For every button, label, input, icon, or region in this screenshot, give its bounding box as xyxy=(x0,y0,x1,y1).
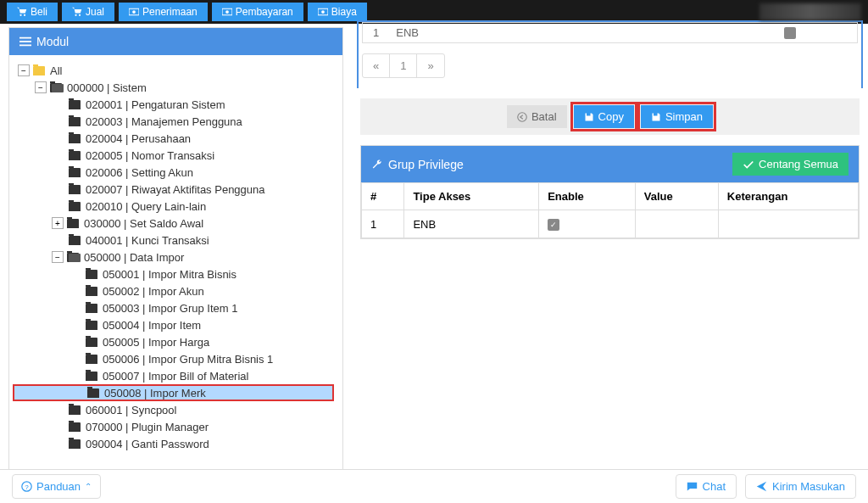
svg-point-9 xyxy=(321,10,325,14)
tree-item[interactable]: 040001 | Kunci Transaksi xyxy=(13,232,339,249)
cell-value xyxy=(635,210,718,238)
pagination-page-1[interactable]: 1 xyxy=(389,53,417,78)
folder-icon xyxy=(69,100,81,109)
tree-item[interactable]: 050007 | Impor Bill of Material xyxy=(13,367,339,384)
money-icon xyxy=(129,7,139,17)
tree-item[interactable]: 050004 | Impor Item xyxy=(13,316,339,333)
pembayaran-label: Pembayaran xyxy=(236,6,293,18)
chat-button[interactable]: Chat xyxy=(676,474,737,499)
table-row: 1 ENB ✓ xyxy=(362,210,859,238)
panduan-button[interactable]: ? Panduan ⌃ xyxy=(12,474,101,499)
tree-item[interactable]: 020007 | Riwayat Aktifitas Pengguna xyxy=(13,181,339,198)
grup-privilege-title: Grup Privilege xyxy=(388,158,464,171)
right-panel: 1 ENB « 1 » Batal Copy Simpan xyxy=(360,27,860,470)
pagination-next[interactable]: » xyxy=(416,53,444,78)
tree-item[interactable]: 020005 | Nomor Transaksi xyxy=(13,147,339,164)
tree-item[interactable]: 090004 | Ganti Password xyxy=(13,435,339,452)
toggle-icon[interactable]: − xyxy=(18,64,30,76)
folder-icon xyxy=(86,270,97,279)
folder-icon xyxy=(69,439,81,449)
copy-button[interactable]: Copy xyxy=(574,105,634,128)
penerimaan-label: Penerimaan xyxy=(142,6,198,18)
list-icon xyxy=(19,36,31,48)
tree-item[interactable]: 020010 | Query Lain-lain xyxy=(13,198,339,215)
folder-icon xyxy=(86,355,97,364)
checked-icon xyxy=(784,27,796,39)
simpan-label: Simpan xyxy=(665,110,703,123)
tree-item[interactable]: 070000 | Plugin Manager xyxy=(13,418,339,435)
jual-label: Jual xyxy=(86,6,104,18)
pembayaran-button[interactable]: Pembayaran xyxy=(212,3,303,21)
biaya-label: Biaya xyxy=(331,6,357,18)
cell-tipe: ENB xyxy=(404,210,539,238)
folder-icon xyxy=(69,405,81,415)
tree-item[interactable]: +030000 | Set Saldo Awal xyxy=(13,215,339,232)
tree-item[interactable]: 050005 | Impor Harga xyxy=(13,333,339,350)
folder-icon xyxy=(69,117,81,126)
th-enable: Enable xyxy=(539,183,636,210)
tree-sistem[interactable]: − 000000 | Sistem xyxy=(13,79,339,96)
modul-panel-header: Modul xyxy=(9,28,342,55)
svg-point-5 xyxy=(132,10,136,14)
kirim-masukan-button[interactable]: Kirim Masukan xyxy=(745,474,856,499)
tree-item[interactable]: 060001 | Syncpool xyxy=(13,401,339,418)
prev-text: ENB xyxy=(396,26,419,39)
svg-rect-10 xyxy=(19,37,31,39)
folder-icon xyxy=(33,66,45,75)
tree-all[interactable]: − All xyxy=(13,62,339,79)
folder-icon xyxy=(69,151,81,160)
money-icon xyxy=(222,7,232,17)
kirim-masukan-label: Kirim Masukan xyxy=(772,480,845,493)
svg-rect-12 xyxy=(19,45,31,47)
pagination: « 1 » xyxy=(362,53,858,78)
svg-point-0 xyxy=(19,14,21,16)
toggle-icon[interactable]: − xyxy=(35,81,47,93)
folder-icon xyxy=(69,134,81,143)
bottombar: ? Panduan ⌃ Chat Kirim Masukan xyxy=(0,469,868,503)
module-tree: − All − 000000 | Sistem 020001 | Pengatu… xyxy=(9,55,342,471)
save-icon xyxy=(584,112,594,122)
simpan-button[interactable]: Simpan xyxy=(641,105,713,128)
checkbox-checked[interactable]: ✓ xyxy=(548,219,559,231)
tree-item[interactable]: 020006 | Setting Akun xyxy=(13,164,339,181)
svg-point-3 xyxy=(79,14,81,16)
tree-item[interactable]: 050001 | Impor Mitra Bisnis xyxy=(13,265,339,282)
penerimaan-button[interactable]: Penerimaan xyxy=(119,3,208,21)
tree-item[interactable]: 050006 | Impor Grup Mitra Bisnis 1 xyxy=(13,350,339,367)
pagination-prev[interactable]: « xyxy=(362,53,390,78)
cell-enable: ✓ xyxy=(539,210,636,238)
tree-item[interactable]: 020004 | Perusahaan xyxy=(13,130,339,147)
chevron-up-icon: ⌃ xyxy=(85,482,92,491)
grup-privilege-panel: Grup Privilege Centang Semua # Tipe Akse… xyxy=(360,145,860,239)
send-icon xyxy=(756,481,767,492)
batal-button[interactable]: Batal xyxy=(507,105,567,128)
chat-label: Chat xyxy=(703,480,726,493)
batal-label: Batal xyxy=(531,110,557,123)
toggle-icon[interactable]: − xyxy=(52,251,64,263)
folder-icon xyxy=(69,168,81,177)
privilege-table: # Tipe Akses Enable Value Keterangan 1 E… xyxy=(361,182,859,238)
beli-label: Beli xyxy=(31,6,47,18)
modul-panel: Modul − All − 000000 | Sistem 020001 | P… xyxy=(8,27,343,470)
folder-icon xyxy=(86,321,97,330)
th-keterangan: Keterangan xyxy=(718,183,858,210)
centang-semua-button[interactable]: Centang Semua xyxy=(732,153,849,176)
tree-item[interactable]: −050000 | Data Impor xyxy=(13,249,339,265)
jual-button[interactable]: Jual xyxy=(62,3,114,21)
tree-item-selected[interactable]: 050008 | Impor Merk xyxy=(13,384,334,401)
back-arrow-icon xyxy=(517,112,527,122)
check-icon xyxy=(743,159,754,170)
centang-semua-label: Centang Semua xyxy=(759,158,838,170)
tree-item[interactable]: 020001 | Pengaturan Sistem xyxy=(13,96,339,113)
cart-icon xyxy=(72,7,82,17)
tree-item[interactable]: 050002 | Impor Akun xyxy=(13,282,339,299)
copy-label: Copy xyxy=(598,110,624,123)
beli-button[interactable]: Beli xyxy=(7,3,58,21)
toggle-icon[interactable]: + xyxy=(52,217,64,229)
tree-item[interactable]: 050003 | Impor Grup Item 1 xyxy=(13,299,339,316)
grup-privilege-header: Grup Privilege Centang Semua xyxy=(361,146,859,182)
biaya-button[interactable]: Biaya xyxy=(308,3,367,21)
tree-item[interactable]: 020003 | Manajemen Pengguna xyxy=(13,113,339,130)
topbar-right-blur xyxy=(760,3,861,20)
folder-icon xyxy=(86,372,97,381)
